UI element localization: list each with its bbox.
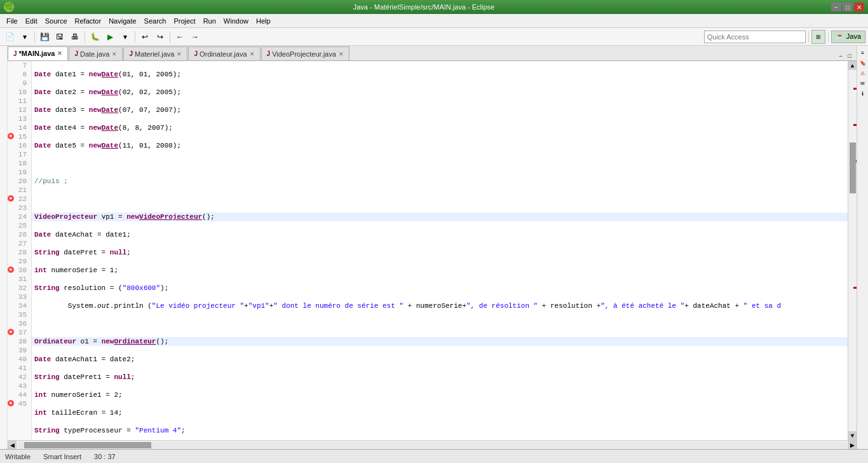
menu-search[interactable]: Search (140, 16, 170, 26)
line-num-32: 32 (8, 284, 29, 293)
scrollbar-marker-1 (853, 88, 857, 90)
scroll-thumb[interactable] (850, 142, 856, 193)
undo-button[interactable]: ↩ (138, 30, 152, 44)
menu-project[interactable]: Project (170, 16, 199, 26)
tab-date-java[interactable]: J Date.java ✕ (69, 46, 123, 60)
code-content[interactable]: Date date1 = new Date(01, 01, 2005); Dat… (32, 61, 848, 440)
line-num-11: 11 (8, 97, 29, 106)
forward-button[interactable]: → (188, 30, 202, 44)
tab-main-java[interactable]: J *MAIN.java ✕ (8, 46, 68, 60)
back-button[interactable]: ← (173, 30, 187, 44)
toolbar-separator-5 (808, 31, 809, 43)
h-scroll-left[interactable]: ◀ (8, 441, 17, 450)
line-num-36: 36 (8, 319, 29, 328)
line-num-16: 16 (8, 141, 29, 150)
menu-run[interactable]: Run (200, 16, 220, 26)
line-num-17: 17 (8, 150, 29, 159)
tab-close-ordinateur[interactable]: ✕ (250, 51, 255, 57)
maximize-button[interactable]: □ (843, 3, 853, 11)
new-dropdown[interactable]: ▾ (18, 30, 32, 44)
menu-source[interactable]: Source (41, 16, 71, 26)
title-bar: 🌿 Java - MatérielSimple/src/MAIN.java - … (0, 0, 868, 14)
h-scrollbar[interactable]: ◀ ▶ (8, 440, 857, 449)
window-controls: − □ ✕ (831, 3, 864, 11)
scroll-up-arrow[interactable]: ▲ (848, 61, 857, 70)
scroll-down-arrow[interactable]: ▼ (848, 431, 857, 440)
tab-icon-video: J (267, 50, 271, 57)
debug-button[interactable]: 🐛 (88, 30, 102, 44)
tab-label-date: Date.java (80, 50, 109, 58)
menu-help[interactable]: Help (252, 16, 275, 26)
line-num-31: 31 (8, 275, 29, 284)
status-writable: Writable (5, 453, 31, 460)
h-scroll-thumb[interactable] (24, 442, 151, 448)
scrollbar-marker-4 (853, 287, 857, 289)
tab-close-date[interactable]: ✕ (112, 51, 117, 57)
run-dropdown[interactable]: ▾ (118, 30, 132, 44)
code-line-12 (32, 159, 848, 168)
right-scrollbar[interactable]: ▲ ▼ (848, 61, 857, 440)
menu-edit[interactable]: Edit (22, 16, 41, 26)
code-line-9: Date date3 = new Date(07, 07, 2007); (32, 106, 848, 114)
tab-videoprojecteur-java[interactable]: J VideoProjecteur.java ✕ (261, 46, 349, 60)
code-line-11: Date date5 = new Date(11, 01, 2008); (32, 141, 848, 150)
menu-file[interactable]: File (3, 16, 22, 26)
java-perspective-button[interactable]: ☕ Java (831, 31, 865, 43)
mail-icon[interactable]: ✉ (858, 79, 867, 88)
error-marker-15: ● (8, 133, 14, 139)
new-button[interactable]: 📄 (3, 30, 17, 44)
app-icon: 🌿 (4, 2, 14, 12)
line-num-13: 13 (8, 114, 29, 123)
menu-navigate[interactable]: Navigate (105, 16, 140, 26)
code-editor[interactable]: 7 8 9 10 11 12 13 14 ● 15 16 17 18 19 20… (8, 61, 857, 440)
info-icon[interactable]: ℹ (858, 89, 867, 98)
code-line-16: Date dateAchat = date1; (32, 230, 848, 239)
window-title: Java - MatérielSimple/src/MAIN.java - Ec… (17, 3, 831, 11)
line-num-20: 20 (8, 177, 29, 186)
save-button[interactable]: 💾 (37, 30, 51, 44)
line-num-37: ● 37 (8, 328, 29, 337)
tab-label-materiel: Materiel.java (135, 50, 174, 58)
print-button[interactable]: 🖶 (68, 30, 82, 44)
line-num-21: 21 (8, 186, 29, 195)
menu-refactor[interactable]: Refactor (71, 16, 105, 26)
perspective-button[interactable]: ⊞ (811, 30, 825, 44)
line-num-25: 25 (8, 221, 29, 230)
tab-materiel-java[interactable]: J Materiel.java ✕ (123, 46, 187, 60)
quick-access-input[interactable] (704, 31, 806, 43)
line-num-33: 33 (8, 293, 29, 301)
toolbar-separator-3 (135, 31, 135, 43)
error-marker-45: ● (8, 400, 14, 406)
tab-label-video: VideoProjecteur.java (272, 50, 336, 58)
main-area: J *MAIN.java ✕ J Date.java ✕ J Materiel.… (0, 46, 868, 449)
line-num-39: 39 (8, 346, 29, 355)
minimize-button[interactable]: − (831, 3, 841, 11)
toolbar-separator-4 (170, 31, 170, 43)
h-scroll-right[interactable]: ▶ (848, 441, 857, 450)
tab-bar-controls: − □ (836, 52, 857, 60)
code-line-19: String resolution = ("800x600"); (32, 284, 848, 293)
line-num-18: 18 (8, 159, 29, 168)
problems-icon[interactable]: ⚠ (858, 69, 867, 78)
tab-icon-materiel: J (129, 50, 133, 57)
tab-minimize-btn[interactable]: − (836, 52, 845, 60)
tasks-icon[interactable]: ≡ (858, 48, 867, 57)
run-button[interactable]: ▶ (103, 30, 117, 44)
tab-close-main[interactable]: ✕ (57, 50, 62, 57)
save-all-button[interactable]: 🖫 (53, 30, 67, 44)
tab-close-materiel[interactable]: ✕ (177, 51, 182, 57)
menu-window[interactable]: Window (220, 16, 252, 26)
tab-maximize-btn[interactable]: □ (845, 52, 854, 60)
tab-ordinateur-java[interactable]: J Ordinateur.java ✕ (188, 46, 260, 60)
line-num-14: 14 (8, 123, 29, 132)
close-button[interactable]: ✕ (854, 3, 864, 11)
line-num-12: 12 (8, 106, 29, 114)
bookmarks-icon[interactable]: 🔖 (858, 59, 867, 67)
line-num-19: 19 (8, 168, 29, 177)
tab-icon-ordinateur: J (194, 50, 198, 57)
redo-button[interactable]: ↪ (153, 30, 167, 44)
code-line-15: VideoProjecteur vp1 = new VideoProjecteu… (32, 212, 848, 221)
tab-close-video[interactable]: ✕ (339, 51, 344, 57)
line-num-40: 40 (8, 355, 29, 364)
line-num-42: 42 (8, 373, 29, 382)
